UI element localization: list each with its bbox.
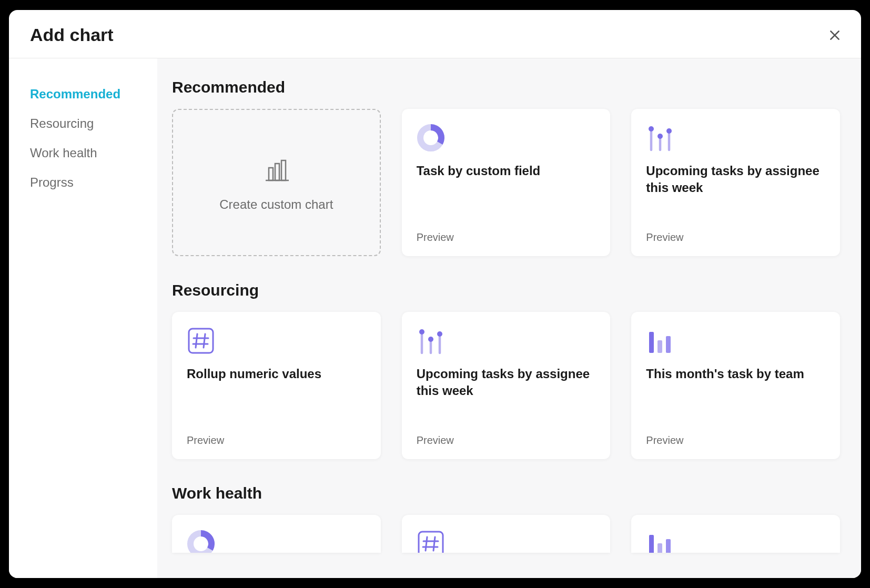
preview-link[interactable]: Preview [417, 231, 596, 244]
svg-rect-34 [657, 543, 662, 553]
close-button[interactable] [825, 26, 844, 45]
donut-chart-icon [417, 124, 445, 152]
svg-line-15 [204, 334, 205, 348]
lollipop-chart-icon [417, 327, 445, 355]
section-title-recommended: Recommended [172, 78, 840, 96]
svg-rect-24 [649, 332, 654, 353]
sidebar: Recommended Resourcing Work health Progr… [9, 58, 157, 578]
close-icon [828, 28, 842, 42]
svg-point-19 [419, 329, 424, 334]
main-content: Recommended Create custom chart [157, 58, 861, 578]
donut-chart-icon [187, 530, 215, 553]
modal-body: Recommended Resourcing Work health Progr… [9, 58, 861, 578]
chart-card-task-by-custom-field[interactable]: Task by custom field Preview [402, 109, 611, 256]
svg-point-8 [649, 126, 654, 131]
svg-rect-33 [649, 535, 654, 553]
svg-rect-35 [666, 539, 671, 553]
lollipop-chart-icon [646, 124, 674, 152]
svg-point-23 [437, 331, 442, 337]
svg-rect-25 [657, 340, 662, 353]
bar-chart-icon [261, 155, 291, 185]
chart-card-title: Rollup numeric values [187, 366, 366, 382]
hash-box-icon [417, 530, 445, 553]
bar-chart-icon [646, 327, 674, 355]
work-health-cards [172, 515, 840, 553]
modal-header: Add chart [9, 10, 861, 58]
chart-card-upcoming-tasks-rec[interactable]: Upcoming tasks by assignee this week Pre… [631, 109, 840, 256]
svg-rect-3 [269, 168, 273, 180]
svg-rect-4 [275, 164, 279, 180]
sidebar-item-resourcing[interactable]: Resourcing [30, 109, 147, 138]
svg-point-21 [428, 337, 433, 342]
chart-card-title: Upcoming tasks by assignee this week [646, 163, 825, 197]
recommended-cards: Create custom chart Task by custom field… [172, 109, 840, 256]
create-custom-chart-label: Create custom chart [219, 197, 333, 212]
preview-link[interactable]: Preview [187, 434, 366, 447]
chart-card-upcoming-tasks-res[interactable]: Upcoming tasks by assignee this week Pre… [402, 312, 611, 459]
sidebar-item-recommended[interactable]: Recommended [30, 79, 147, 109]
svg-line-30 [433, 537, 435, 551]
svg-point-12 [666, 128, 672, 134]
section-title-resourcing: Resourcing [172, 281, 840, 299]
create-custom-chart-card[interactable]: Create custom chart [172, 109, 381, 256]
svg-line-29 [426, 537, 427, 551]
svg-rect-13 [189, 329, 213, 353]
svg-rect-26 [666, 336, 671, 353]
chart-card-title: This month's task by team [646, 366, 825, 382]
bar-chart-icon [646, 530, 674, 553]
modal-title: Add chart [30, 25, 114, 45]
preview-link[interactable]: Preview [646, 434, 825, 447]
preview-link[interactable]: Preview [646, 231, 825, 244]
svg-line-14 [196, 334, 197, 348]
chart-card-work-health-2[interactable] [402, 515, 611, 553]
resourcing-cards: Rollup numeric values Preview Upcoming t… [172, 312, 840, 459]
add-chart-modal: Add chart Recommended Resourcing Work he… [9, 10, 861, 578]
chart-card-title: Upcoming tasks by assignee this week [417, 366, 596, 400]
sidebar-item-work-health[interactable]: Work health [30, 138, 147, 168]
sidebar-item-progress[interactable]: Progrss [30, 168, 147, 197]
svg-rect-5 [281, 160, 286, 180]
chart-card-work-health-3[interactable] [631, 515, 840, 553]
section-title-work-health: Work health [172, 484, 840, 502]
chart-card-work-health-1[interactable] [172, 515, 381, 553]
chart-card-title: Task by custom field [417, 163, 596, 179]
chart-card-month-task-by-team[interactable]: This month's task by team Preview [631, 312, 840, 459]
preview-link[interactable]: Preview [417, 434, 596, 447]
hash-box-icon [187, 327, 215, 355]
svg-point-10 [657, 134, 663, 139]
svg-rect-28 [419, 532, 443, 553]
chart-card-rollup-numeric[interactable]: Rollup numeric values Preview [172, 312, 381, 459]
